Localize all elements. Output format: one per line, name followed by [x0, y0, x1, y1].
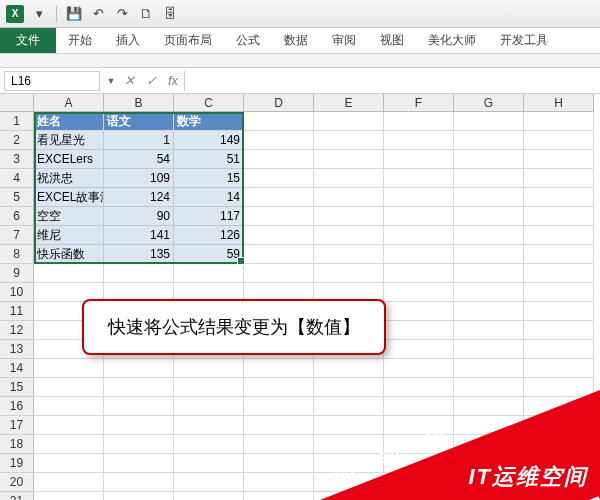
tab-insert[interactable]: 插入	[104, 28, 152, 53]
cell[interactable]	[454, 207, 524, 226]
cancel-icon[interactable]: ✕	[118, 73, 140, 88]
qat-dropdown-icon[interactable]: ▾	[30, 5, 48, 23]
cell[interactable]	[314, 188, 384, 207]
cell[interactable]	[314, 207, 384, 226]
row-header[interactable]: 13	[0, 340, 34, 359]
cell[interactable]	[244, 416, 314, 435]
cell[interactable]	[524, 264, 594, 283]
cell[interactable]: 124	[104, 188, 174, 207]
cell[interactable]	[104, 359, 174, 378]
cell[interactable]	[454, 321, 524, 340]
cell[interactable]: 90	[104, 207, 174, 226]
save-icon[interactable]: 💾	[65, 5, 83, 23]
cell[interactable]: 数学	[174, 112, 244, 131]
cell[interactable]	[244, 207, 314, 226]
cell[interactable]	[384, 207, 454, 226]
cell[interactable]	[384, 245, 454, 264]
cell[interactable]	[104, 454, 174, 473]
row-header[interactable]: 7	[0, 226, 34, 245]
cell[interactable]	[454, 264, 524, 283]
col-header[interactable]: F	[384, 94, 454, 112]
cell[interactable]	[524, 169, 594, 188]
row-header[interactable]: 11	[0, 302, 34, 321]
cell[interactable]	[244, 435, 314, 454]
cell[interactable]	[454, 112, 524, 131]
cell[interactable]	[454, 340, 524, 359]
row-header[interactable]: 2	[0, 131, 34, 150]
col-header[interactable]: B	[104, 94, 174, 112]
cell[interactable]	[244, 454, 314, 473]
enter-icon[interactable]: ✓	[140, 73, 162, 88]
col-header[interactable]: H	[524, 94, 594, 112]
name-box-dropdown-icon[interactable]: ▼	[104, 76, 118, 86]
cell[interactable]	[34, 397, 104, 416]
cell[interactable]	[174, 359, 244, 378]
cell[interactable]	[524, 188, 594, 207]
cell[interactable]	[454, 359, 524, 378]
cell[interactable]	[34, 416, 104, 435]
cell[interactable]	[174, 454, 244, 473]
row-header[interactable]: 3	[0, 150, 34, 169]
row-header[interactable]: 12	[0, 321, 34, 340]
cell[interactable]	[524, 150, 594, 169]
cell[interactable]: 维尼	[34, 226, 104, 245]
cell[interactable]	[524, 321, 594, 340]
tab-view[interactable]: 视图	[368, 28, 416, 53]
cell[interactable]	[174, 264, 244, 283]
cell[interactable]	[174, 416, 244, 435]
cell[interactable]	[454, 131, 524, 150]
cell[interactable]	[454, 150, 524, 169]
cell[interactable]	[314, 131, 384, 150]
row-header[interactable]: 20	[0, 473, 34, 492]
cell[interactable]	[384, 150, 454, 169]
cell[interactable]	[454, 245, 524, 264]
cell[interactable]	[314, 150, 384, 169]
cell[interactable]	[34, 359, 104, 378]
cell[interactable]	[454, 302, 524, 321]
cell[interactable]	[524, 226, 594, 245]
cell[interactable]	[34, 492, 104, 500]
cell[interactable]	[454, 283, 524, 302]
cell[interactable]	[384, 283, 454, 302]
col-header[interactable]: G	[454, 94, 524, 112]
cell[interactable]	[314, 264, 384, 283]
cell[interactable]	[524, 207, 594, 226]
cell[interactable]: 117	[174, 207, 244, 226]
name-box[interactable]: L16	[4, 71, 100, 91]
cell[interactable]	[104, 473, 174, 492]
cell[interactable]	[384, 131, 454, 150]
row-header[interactable]: 5	[0, 188, 34, 207]
cell[interactable]	[104, 492, 174, 500]
cell[interactable]	[524, 283, 594, 302]
cell[interactable]	[384, 302, 454, 321]
tab-review[interactable]: 审阅	[320, 28, 368, 53]
cell[interactable]: 51	[174, 150, 244, 169]
cell[interactable]	[384, 188, 454, 207]
cell[interactable]: 15	[174, 169, 244, 188]
cell[interactable]	[244, 112, 314, 131]
cell[interactable]	[454, 188, 524, 207]
undo-icon[interactable]: ↶	[89, 5, 107, 23]
cell[interactable]: 141	[104, 226, 174, 245]
cell[interactable]: 空空	[34, 207, 104, 226]
row-header[interactable]: 14	[0, 359, 34, 378]
cell[interactable]	[384, 340, 454, 359]
cell[interactable]	[244, 188, 314, 207]
row-header[interactable]: 1	[0, 112, 34, 131]
col-header[interactable]: E	[314, 94, 384, 112]
cell[interactable]	[384, 112, 454, 131]
cell[interactable]	[384, 169, 454, 188]
cell[interactable]	[384, 264, 454, 283]
properties-icon[interactable]: 🗄	[161, 5, 179, 23]
cell[interactable]: 祝洪忠	[34, 169, 104, 188]
cell[interactable]: EXCELers	[34, 150, 104, 169]
redo-icon[interactable]: ↷	[113, 5, 131, 23]
cell[interactable]	[524, 245, 594, 264]
cell[interactable]	[384, 321, 454, 340]
cell[interactable]	[454, 169, 524, 188]
cell[interactable]	[524, 112, 594, 131]
cell[interactable]	[454, 226, 524, 245]
cell[interactable]	[34, 473, 104, 492]
cell[interactable]	[244, 169, 314, 188]
cell[interactable]	[244, 264, 314, 283]
